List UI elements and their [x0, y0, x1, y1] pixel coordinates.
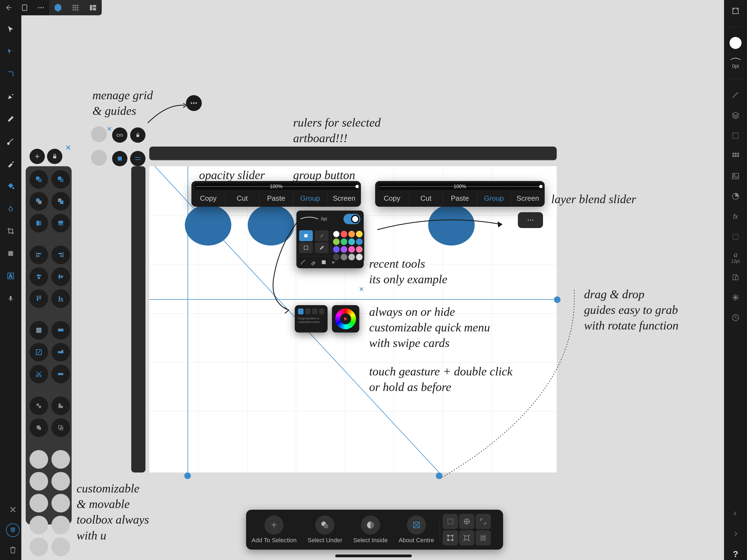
guide-handle[interactable] [184, 473, 191, 479]
blend-slider[interactable]: 100% [379, 183, 541, 190]
toolbox-empty-slot[interactable] [51, 538, 70, 556]
recent-tool-icon[interactable] [315, 242, 329, 253]
paste-button[interactable]: Paste [443, 190, 477, 207]
toolbox-btn[interactable] [51, 214, 70, 232]
context-overflow-button[interactable] [518, 212, 543, 228]
corner-tool-icon[interactable] [5, 68, 17, 80]
color-swatch[interactable] [356, 231, 363, 237]
fill-tool-icon[interactable] [5, 180, 17, 192]
select-inside-button[interactable]: Select Inside [348, 515, 393, 544]
align-bottom-btn[interactable] [51, 289, 70, 308]
color-swatch[interactable] [341, 254, 347, 260]
color-swatch[interactable] [349, 231, 355, 237]
brush-icon[interactable] [300, 259, 306, 265]
toolbox-btn[interactable] [51, 170, 70, 189]
lock-grid-button[interactable] [130, 127, 146, 143]
eyedropper-tool-icon[interactable] [5, 158, 17, 170]
document-icon[interactable] [20, 3, 29, 12]
copy-button[interactable]: Copy [375, 190, 409, 207]
toolbox-empty-slot[interactable] [29, 538, 48, 556]
blend-mode-button[interactable]: Screen [511, 190, 545, 207]
chevron-right-icon[interactable] [729, 528, 742, 540]
snap-toggle-icon[interactable] [6, 524, 20, 537]
color-swatch[interactable] [341, 231, 347, 237]
add-to-selection-button[interactable]: + Add To Selection [246, 515, 302, 544]
image-panel-icon[interactable] [729, 170, 742, 182]
toolbox-btn[interactable] [29, 397, 48, 415]
panels-toggle-icon[interactable] [88, 3, 98, 12]
close-icon[interactable]: ✕ [9, 504, 17, 515]
toolbox-empty-slot[interactable] [29, 472, 48, 490]
color-swatch[interactable] [333, 238, 340, 245]
toolbox-empty-slot[interactable] [29, 450, 48, 469]
transform-option-icon[interactable] [475, 514, 491, 529]
stroke-width-icon[interactable]: 0pt [729, 57, 742, 69]
adjustments-panel-icon[interactable] [729, 190, 742, 202]
recent-tool-icon[interactable] [315, 230, 329, 241]
close-quicktools-icon[interactable]: ✕ [359, 285, 364, 293]
history-panel-icon[interactable] [729, 312, 742, 324]
color-swatch[interactable] [356, 238, 363, 245]
toolbox-btn[interactable] [51, 321, 70, 339]
cut-button[interactable]: Cut [225, 190, 259, 207]
grid-toggle-icon[interactable] [71, 3, 80, 12]
pixel-panel-icon[interactable] [729, 231, 742, 243]
rect-icon[interactable] [320, 259, 327, 265]
trash-icon[interactable] [9, 545, 17, 555]
selection-panel-icon[interactable] [729, 130, 742, 142]
toolbox-btn[interactable] [51, 192, 70, 210]
align-top-btn[interactable] [29, 289, 48, 308]
toolbox-empty-slot[interactable] [51, 494, 70, 512]
brush-panel-icon[interactable] [729, 89, 742, 101]
toolbox-empty-slot[interactable] [29, 494, 48, 512]
align-left-btn[interactable] [29, 246, 48, 264]
color-swatch[interactable] [333, 246, 340, 253]
grid-preset-slot[interactable] [91, 150, 107, 166]
transform-option-icon[interactable] [475, 530, 491, 545]
color-swatch[interactable] [349, 246, 355, 253]
toolbox-btn[interactable] [51, 418, 70, 437]
custom-toolbox[interactable] [26, 166, 72, 525]
toolbox-btn[interactable] [29, 214, 48, 232]
group-button[interactable]: Group [293, 190, 327, 207]
shape-blob[interactable] [428, 205, 475, 246]
color-wheel-card[interactable] [332, 305, 359, 332]
lock-toolbox-button[interactable] [47, 149, 62, 164]
chevron-left-icon[interactable] [729, 508, 742, 519]
align-vcenter-btn[interactable] [51, 268, 70, 286]
toolbox-btn[interactable] [51, 365, 70, 383]
rectangle-tool-icon[interactable] [5, 248, 17, 259]
cut-btn[interactable] [29, 365, 48, 383]
swatches-panel-icon[interactable] [729, 150, 742, 162]
horizontal-ruler[interactable] [149, 147, 557, 160]
snap-panel-icon[interactable] [729, 291, 742, 304]
grid-preset-slot[interactable] [91, 126, 107, 142]
toolbox-btn[interactable] [29, 192, 48, 210]
copy-button[interactable]: Copy [191, 190, 225, 207]
blend-mode-button[interactable]: Screen [327, 190, 361, 207]
vertical-guide[interactable] [187, 166, 188, 475]
node-tool-icon[interactable] [5, 46, 17, 57]
artboard-panel-icon[interactable] [729, 271, 742, 283]
group-button[interactable]: Group [477, 190, 511, 207]
move-tool-icon[interactable] [5, 24, 17, 35]
guide-handle[interactable] [436, 473, 442, 479]
opacity-slider[interactable]: 100% [195, 183, 358, 190]
eyedropper-icon[interactable] [310, 259, 317, 265]
shape-blob[interactable] [185, 205, 231, 246]
back-button[interactable] [3, 3, 13, 12]
transparency-tool-icon[interactable] [5, 203, 17, 214]
grid-type-button[interactable] [112, 151, 127, 166]
toolbox-btn[interactable] [51, 397, 70, 415]
toolbox-btn[interactable] [51, 343, 70, 361]
transform-option-icon[interactable] [443, 514, 458, 529]
paste-button[interactable]: Paste [259, 190, 293, 207]
overflow-menu-icon[interactable] [36, 3, 46, 12]
vertical-ruler[interactable] [131, 166, 146, 473]
color-wheel-icon[interactable] [335, 308, 356, 329]
about-centre-button[interactable]: About Centre [393, 515, 440, 544]
toolbox-btn[interactable] [29, 170, 48, 189]
transform-option-icon[interactable] [459, 514, 474, 529]
cut-button[interactable]: Cut [409, 190, 443, 207]
horizontal-guide[interactable] [149, 299, 560, 300]
